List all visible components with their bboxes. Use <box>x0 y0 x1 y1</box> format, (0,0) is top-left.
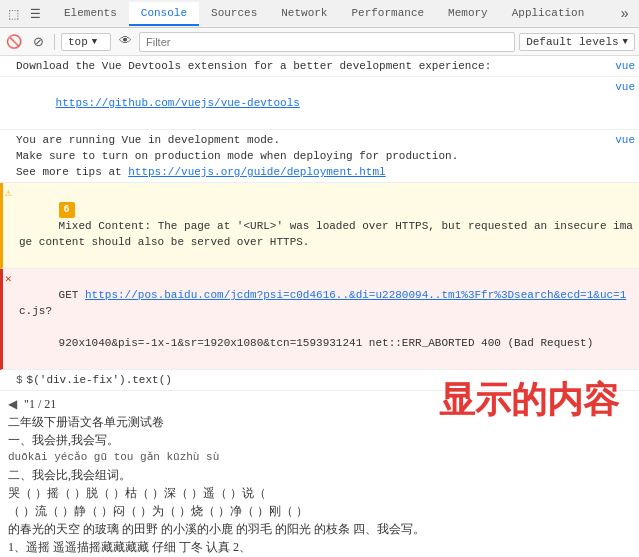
result-line-2: 一、我会拼,我会写。 <box>8 431 439 449</box>
tab-network[interactable]: Network <box>269 2 339 26</box>
console-text-dev-mode: You are running Vue in development mode.… <box>16 132 607 180</box>
console-source-vue-1: vue <box>615 58 635 74</box>
tab-sources[interactable]: Sources <box>199 2 269 26</box>
console-source-vue-3: vue <box>615 132 635 148</box>
tab-console[interactable]: Console <box>129 2 199 26</box>
error-icon: ✕ <box>5 271 12 287</box>
result-line-pinyin: duōkāi yécǎo gū tou gǎn kūzhù sù <box>8 449 439 466</box>
result-line-1: 二年级下册语文各单元测试卷 <box>8 413 439 431</box>
more-tabs-icon[interactable]: » <box>615 6 635 22</box>
tab-application[interactable]: Application <box>500 2 597 26</box>
console-line-get-error: ✕ GET https://pos.baidu.com/jcdm?psi=c0d… <box>0 269 639 370</box>
result-line-4: 哭（ ）摇（ ）脱（ ）枯（ ）深（ ）遥（ ）说（ <box>8 484 439 502</box>
device-icon[interactable]: ☰ <box>26 5 44 23</box>
result-line-3: 二、我会比,我会组词。 <box>8 466 439 484</box>
context-arrow-icon: ▼ <box>92 37 97 47</box>
console-text-mixed-content: 6 Mixed Content: The page at '<URL>' was… <box>19 185 635 266</box>
vue-devtools-link[interactable]: https://github.com/vuejs/vue-devtools <box>56 97 300 109</box>
log-levels-selector[interactable]: Default levels ▼ <box>519 33 635 51</box>
tab-memory[interactable]: Memory <box>436 2 500 26</box>
result-quote: "1 / 21 <box>24 397 56 411</box>
clear-console-button[interactable]: 🚫 <box>4 32 24 52</box>
separator-1 <box>54 34 55 50</box>
console-source-vue-2: vue <box>615 79 635 95</box>
filter-input[interactable] <box>139 32 515 52</box>
levels-arrow-icon: ▼ <box>623 37 628 47</box>
console-line-dev-mode: You are running Vue in development mode.… <box>0 130 639 183</box>
console-output: Download the Vue Devtools extension for … <box>0 56 639 557</box>
result-line-5: （ ）流（ ）静（ ）闷（ ）为（ ）烧（ ）净（ ）刚（ ） <box>8 502 439 520</box>
console-toolbar: 🚫 ⊘ top ▼ 👁 Default levels ▼ <box>0 28 639 56</box>
prompt-icon: $ <box>16 372 23 388</box>
warn-badge: 6 <box>59 202 75 218</box>
tab-bar: ⬚ ☰ Elements Console Sources Network Per… <box>0 0 639 28</box>
result-line-number: ◀ "1 / 21 <box>8 395 439 413</box>
big-display-text: 显示的内容 <box>439 391 619 408</box>
console-text-vue-link: https://github.com/vuejs/vue-devtools <box>16 79 607 127</box>
deployment-guide-link[interactable]: https://vuejs.org/guide/deployment.html <box>128 166 385 178</box>
filter-toggle-button[interactable]: ⊘ <box>28 32 48 52</box>
tab-elements[interactable]: Elements <box>52 2 129 26</box>
result-line-7: 1、遥摇 遥遥描摇藏藏藏藏 仔细 丁冬 认真 2、 <box>8 538 439 556</box>
eye-icon[interactable]: 👁 <box>115 32 135 52</box>
console-text-get-error: GET https://pos.baidu.com/jcdm?psi=c0d46… <box>19 271 635 367</box>
levels-label: Default levels <box>526 36 618 48</box>
console-result-area: 显示的内容 ◀ "1 / 21 二年级下册语文各单元测试卷 一、我会拼,我会写。… <box>0 391 639 557</box>
console-line-mixed-content: ⚠ 6 Mixed Content: The page at '<URL>' w… <box>0 183 639 269</box>
console-line-vue-download: Download the Vue Devtools extension for … <box>0 56 639 77</box>
collapse-arrow-icon: ◀ <box>8 397 17 411</box>
console-line-vue-link: https://github.com/vuejs/vue-devtools vu… <box>0 77 639 130</box>
result-line-6: 的春光的天空 的玻璃 的田野 的小溪的小鹿 的羽毛 的阳光 的枝条 四、我会写。 <box>8 520 439 538</box>
console-text-vue-download: Download the Vue Devtools extension for … <box>16 58 607 74</box>
context-label: top <box>68 36 88 48</box>
tab-performance[interactable]: Performance <box>339 2 436 26</box>
warn-icon: ⚠ <box>5 185 12 201</box>
error-url-link[interactable]: https://pos.baidu.com/jcdm?psi=c0d4616..… <box>85 289 626 301</box>
inspect-icon[interactable]: ⬚ <box>4 5 22 23</box>
devtools-icons: ⬚ ☰ <box>4 5 44 23</box>
context-selector[interactable]: top ▼ <box>61 33 111 51</box>
